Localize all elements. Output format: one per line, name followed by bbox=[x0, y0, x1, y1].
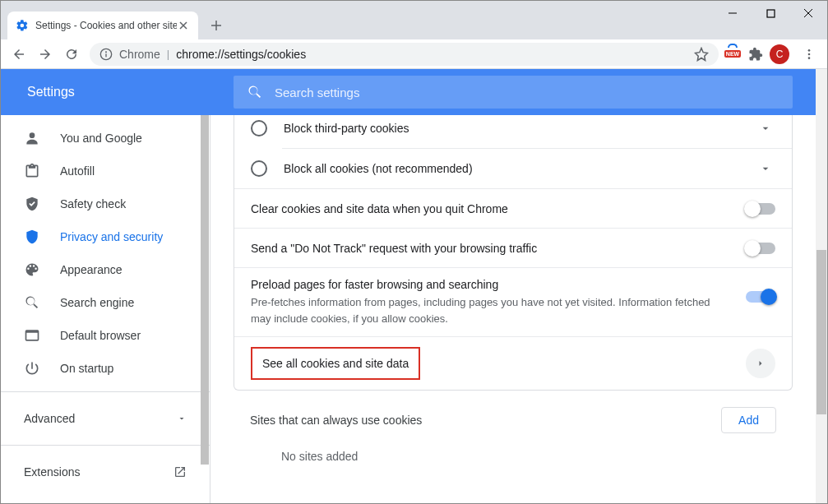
sidebar-item-default-browser[interactable]: Default browser bbox=[1, 319, 210, 352]
forward-button[interactable] bbox=[32, 41, 58, 67]
row-label: Preload pages for faster browsing and se… bbox=[251, 278, 733, 291]
search-icon bbox=[247, 84, 263, 100]
browser-tab[interactable]: Settings - Cookies and other site bbox=[7, 12, 198, 39]
chevron-down-icon[interactable] bbox=[756, 159, 775, 178]
sidebar-extensions[interactable]: Extensions bbox=[1, 452, 210, 492]
window-titlebar: Settings - Cookies and other site bbox=[1, 1, 827, 39]
address-bar[interactable]: Chrome | chrome://settings/cookies bbox=[90, 43, 719, 66]
person-icon bbox=[24, 130, 40, 146]
search-settings[interactable] bbox=[234, 76, 793, 109]
toolbar: Chrome | chrome://settings/cookies NEW C bbox=[1, 39, 827, 69]
svg-point-5 bbox=[808, 53, 811, 55]
tab-title: Settings - Cookies and other site bbox=[35, 20, 177, 31]
toggle-switch[interactable] bbox=[746, 203, 775, 215]
main-panel: Block third-party cookies Block all cook… bbox=[210, 115, 816, 503]
svg-point-7 bbox=[30, 132, 35, 138]
row-label: Clear cookies and site data when you qui… bbox=[251, 202, 733, 215]
window-controls bbox=[714, 1, 827, 25]
reload-button[interactable] bbox=[58, 41, 85, 67]
arrow-right-icon[interactable] bbox=[746, 349, 775, 378]
section-label: Sites that can always use cookies bbox=[234, 414, 721, 427]
sidebar-item-safety-check[interactable]: Safety check bbox=[1, 187, 210, 220]
add-button[interactable]: Add bbox=[721, 407, 776, 433]
sites-always-section: Sites that can always use cookies Add bbox=[234, 391, 793, 433]
sidebar-scrollbar[interactable] bbox=[200, 115, 210, 503]
svg-rect-3 bbox=[105, 53, 106, 57]
svg-point-2 bbox=[105, 51, 107, 53]
sidebar-item-label: Default browser bbox=[60, 329, 141, 342]
search-icon bbox=[24, 294, 40, 311]
profile-avatar[interactable]: C bbox=[770, 44, 789, 64]
toggle-switch[interactable] bbox=[746, 291, 775, 303]
sidebar-item-appearance[interactable]: Appearance bbox=[1, 253, 210, 286]
new-tab-button[interactable] bbox=[205, 14, 228, 37]
close-window-button[interactable] bbox=[789, 1, 827, 25]
settings-header: Settings bbox=[1, 69, 816, 115]
row-see-all-cookies[interactable]: See all cookies and site data bbox=[234, 336, 792, 390]
maximize-button[interactable] bbox=[752, 1, 789, 25]
sidebar-item-on-startup[interactable]: On startup bbox=[1, 352, 210, 385]
new-badge-icon[interactable]: NEW bbox=[724, 47, 742, 62]
url-separator: | bbox=[167, 48, 169, 60]
svg-point-4 bbox=[808, 49, 811, 52]
sidebar-item-label: On startup bbox=[60, 362, 113, 375]
svg-rect-0 bbox=[767, 10, 775, 17]
page-title: Settings bbox=[27, 85, 75, 99]
external-link-icon bbox=[173, 465, 187, 479]
star-icon[interactable] bbox=[694, 47, 709, 62]
back-button[interactable] bbox=[6, 41, 32, 67]
sidebar-item-autofill[interactable]: Autofill bbox=[1, 155, 210, 187]
sidebar-item-you-and-google[interactable]: You and Google bbox=[1, 122, 210, 155]
browser-icon bbox=[24, 327, 40, 344]
radio-label: Block all cookies (not recommended) bbox=[284, 162, 756, 175]
sidebar-item-search-engine[interactable]: Search engine bbox=[1, 286, 210, 319]
url-text: chrome://settings/cookies bbox=[176, 48, 694, 61]
no-sites-text: No sites added bbox=[234, 433, 793, 479]
sidebar-item-label: Autofill bbox=[60, 164, 95, 178]
divider bbox=[1, 445, 210, 446]
extensions-icon[interactable] bbox=[748, 47, 763, 62]
settings-card: Block third-party cookies Block all cook… bbox=[234, 115, 793, 391]
site-info-icon[interactable] bbox=[99, 48, 113, 61]
url-chip: Chrome bbox=[119, 48, 160, 61]
minimize-button[interactable] bbox=[714, 1, 752, 25]
row-clear-on-quit[interactable]: Clear cookies and site data when you qui… bbox=[234, 188, 792, 228]
row-preload-pages[interactable]: Preload pages for faster browsing and se… bbox=[234, 267, 792, 336]
sidebar-advanced[interactable]: Advanced bbox=[1, 399, 210, 438]
sidebar-item-label: You and Google bbox=[60, 132, 142, 145]
radio-label: Block third-party cookies bbox=[284, 122, 756, 135]
svg-point-6 bbox=[808, 57, 811, 59]
palette-icon bbox=[24, 261, 40, 278]
chevron-down-icon[interactable] bbox=[756, 118, 775, 138]
radio-block-third-party[interactable]: Block third-party cookies bbox=[234, 115, 792, 148]
clipboard-icon bbox=[24, 163, 40, 179]
search-input[interactable] bbox=[275, 86, 779, 99]
sidebar-item-label: Search engine bbox=[60, 296, 134, 309]
gear-icon bbox=[16, 19, 29, 32]
sidebar-about-chrome[interactable]: About Chrome bbox=[1, 492, 210, 504]
shield-check-icon bbox=[24, 196, 40, 212]
radio-icon bbox=[251, 120, 267, 136]
sidebar-item-label: Privacy and security bbox=[60, 230, 163, 243]
page-scrollbar[interactable] bbox=[816, 69, 827, 503]
row-label: Send a "Do Not Track" request with your … bbox=[251, 242, 733, 255]
menu-icon[interactable] bbox=[796, 41, 822, 67]
toggle-switch[interactable] bbox=[746, 243, 775, 254]
row-description: Pre-fetches information from pages, incl… bbox=[251, 294, 733, 326]
radio-icon bbox=[251, 160, 267, 177]
highlight-box: See all cookies and site data bbox=[251, 347, 420, 380]
sidebar-item-label: Appearance bbox=[60, 263, 123, 276]
sidebar-item-label: Safety check bbox=[60, 197, 126, 210]
row-do-not-track[interactable]: Send a "Do Not Track" request with your … bbox=[234, 228, 792, 267]
shield-icon bbox=[24, 229, 40, 245]
close-icon[interactable] bbox=[177, 19, 190, 32]
chevron-down-icon bbox=[177, 414, 187, 423]
divider bbox=[1, 391, 210, 392]
power-icon bbox=[24, 360, 40, 377]
sidebar: You and Google Autofill Safety check Pri… bbox=[1, 115, 210, 503]
sidebar-item-privacy-security[interactable]: Privacy and security bbox=[1, 220, 210, 253]
page-content: Settings You and Google Autofill bbox=[1, 69, 827, 503]
radio-block-all[interactable]: Block all cookies (not recommended) bbox=[234, 149, 792, 188]
